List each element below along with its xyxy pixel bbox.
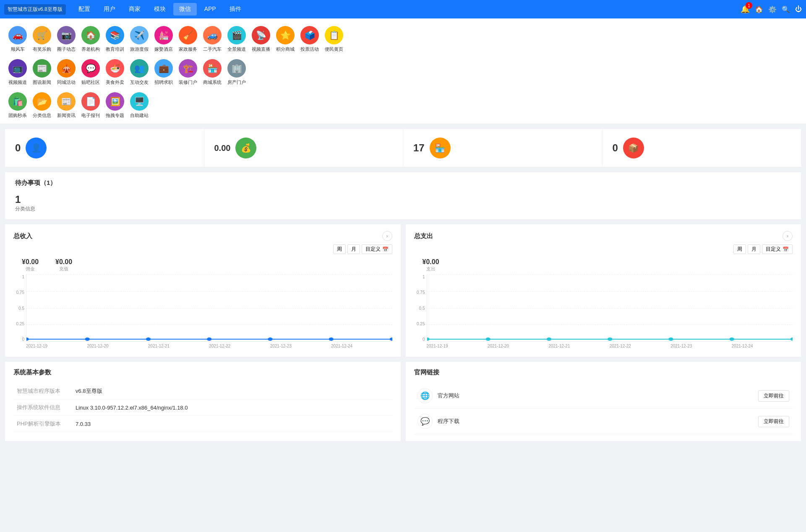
stats-row: 0 👤 0.00 💰 17 🏪 0 📦	[5, 129, 801, 167]
module-hudong[interactable]: 👥 互动交友	[128, 57, 150, 87]
module-tongchenghd[interactable]: 🎪 同城活动	[55, 57, 77, 87]
income-nav-btn[interactable]: ›	[382, 231, 392, 241]
module-bianminhuangye[interactable]: 📋 便民黄页	[323, 24, 345, 54]
module-tuangou[interactable]: 🛍️ 团购秒杀	[7, 91, 29, 120]
module-fangchan[interactable]: 🏢 房产门户	[226, 57, 248, 87]
home-icon[interactable]: 🏠	[755, 5, 763, 13]
table-row: 操作系统软件信息 Linux 3.10.0-957.12.2.el7.x86_6…	[13, 400, 392, 416]
stat-card-3: 17 🏪	[403, 129, 603, 167]
nav-item-wechat[interactable]: 微信	[173, 3, 197, 16]
expense-nav-btn[interactable]: ›	[783, 231, 793, 241]
module-quanjingpindao[interactable]: 🎬 全景频道	[226, 24, 248, 54]
power-icon[interactable]: ⏻	[795, 5, 802, 13]
module-fenlei[interactable]: 📂 分类信息	[31, 91, 53, 120]
system-params-table: 智慧城市程序版本 v6.8至尊版 操作系统软件信息 Linux 3.10.0-9…	[13, 383, 392, 432]
stat-icon-4: 📦	[623, 138, 644, 158]
module-tuozhui[interactable]: 🖼️ 拖拽专题	[104, 91, 126, 120]
module-ershouqiche[interactable]: 🚙 二手汽车	[201, 24, 223, 54]
module-jifenshangcheng[interactable]: ⭐ 积分商城	[274, 24, 296, 54]
module-tieba[interactable]: 💬 贴吧社区	[80, 57, 102, 87]
module-shipinzhibo[interactable]: 📡 视频直播	[250, 24, 272, 54]
module-zhuangxiu[interactable]: 🏗️ 装修门户	[177, 57, 199, 87]
module-shipinpindao[interactable]: 📺 视频频道	[7, 57, 29, 87]
svg-point-7	[427, 337, 430, 341]
module-shunfengche[interactable]: 🚗 顺风车	[7, 24, 29, 54]
program-download-name: 程序下载	[438, 418, 754, 425]
program-download-icon: 💬	[417, 414, 433, 429]
svg-point-6	[390, 337, 392, 341]
income-chart-card: 总收入 › 周 月 目定义 📅 ¥0.00 佣金 ¥0.00 充值	[5, 224, 401, 357]
nav-item-users[interactable]: 用户	[98, 3, 121, 16]
module-shangcheng[interactable]: 🏪 商城系统	[201, 57, 223, 87]
module-youjianlegou[interactable]: 🛒 有奖乐购	[31, 24, 53, 54]
svg-point-10	[607, 337, 612, 341]
expense-chart-header: 总支出 ›	[414, 231, 793, 241]
expense-x-axis: 2021-12-19 2021-12-20 2021-12-21 2021-12…	[427, 342, 793, 350]
brand-label: 智慧城市正版v6.8至尊版	[4, 4, 66, 15]
expense-custom-btn[interactable]: 目定义 📅	[762, 244, 793, 254]
svg-point-13	[790, 337, 793, 341]
nav-item-merchant[interactable]: 商家	[123, 3, 146, 16]
income-custom-btn[interactable]: 目定义 📅	[362, 244, 392, 254]
svg-point-5	[329, 337, 334, 341]
link-list: 🌐 官方网站 立即前往 💬 程序下载 立即前往	[414, 383, 793, 434]
module-quanzidongtai[interactable]: 📷 圈子动态	[55, 24, 77, 54]
notification-icon[interactable]: 🔔 1	[741, 5, 750, 14]
search-icon[interactable]: 🔍	[782, 5, 790, 13]
module-zizhu[interactable]: 🖥️ 自助建站	[128, 91, 150, 120]
svg-point-12	[729, 337, 734, 341]
svg-point-0	[26, 337, 29, 341]
system-params-card: 系统基本参数 智慧城市程序版本 v6.8至尊版 操作系统软件信息 Linux 3…	[5, 362, 401, 441]
notif-badge: 1	[746, 2, 752, 9]
nav-right: 🔔 1 🏠 ⚙️ 🔍 ⏻	[741, 5, 802, 14]
link-row-download: 💬 程序下载 立即前往	[414, 409, 793, 434]
income-month-btn[interactable]: 月	[347, 244, 360, 254]
top-nav: 智慧城市正版v6.8至尊版 配置 用户 商家 模块 微信 APP 插件 🔔 1 …	[0, 0, 806, 18]
table-row: 智慧城市程序版本 v6.8至尊版	[13, 383, 392, 400]
module-dianzibaokan[interactable]: 📄 电子报刊	[80, 91, 102, 120]
module-yanglao[interactable]: 🏠 养老机构	[80, 24, 102, 54]
income-values: ¥0.00 佣金 ¥0.00 充值	[13, 258, 392, 272]
todo-title: 待办事项（1）	[15, 179, 791, 187]
expense-chart-card: 总支出 › 周 月 目定义 📅 ¥0.00 支出 1 0	[406, 224, 801, 357]
settings-icon[interactable]: ⚙️	[768, 5, 777, 13]
todo-item-1[interactable]: 1 分类信息	[15, 194, 791, 213]
official-site-btn[interactable]: 立即前往	[758, 390, 789, 402]
official-site-icon: 🌐	[417, 388, 433, 403]
svg-point-1	[85, 337, 90, 341]
income-value-chongzhi: ¥0.00 充值	[55, 258, 72, 272]
nav-item-app[interactable]: APP	[198, 3, 222, 16]
module-dropdown: 🚗 顺风车 🛒 有奖乐购 📷 圈子动态 🏠 养老机构 📚 教育培训 ✈️ 旅游度…	[0, 18, 806, 124]
module-jiazheng[interactable]: 🧹 家政服务	[177, 24, 199, 54]
module-xinwen[interactable]: 📰 新闻资讯	[55, 91, 77, 120]
module-zhaopin[interactable]: 💼 招聘求职	[153, 57, 175, 87]
module-meishi[interactable]: 🍜 美食外卖	[104, 57, 126, 87]
module-lvyou[interactable]: ✈️ 旅游度假	[128, 24, 150, 54]
stat-icon-3: 🏪	[430, 138, 451, 158]
system-params-title: 系统基本参数	[13, 369, 392, 376]
svg-point-9	[546, 337, 551, 341]
nav-item-plugin[interactable]: 插件	[224, 3, 247, 16]
module-jiaoyupeixun[interactable]: 📚 教育培训	[104, 24, 126, 54]
svg-point-3	[207, 337, 212, 341]
nav-item-module[interactable]: 模块	[148, 3, 172, 16]
table-row: PHP解析引擎版本 7.0.33	[13, 416, 392, 432]
expense-month-btn[interactable]: 月	[748, 244, 760, 254]
svg-point-4	[268, 337, 273, 341]
svg-point-8	[485, 337, 490, 341]
official-site-name: 官方网站	[438, 392, 754, 400]
module-toupiao[interactable]: 🗳️ 投票活动	[299, 24, 321, 54]
svg-point-11	[668, 337, 673, 341]
income-x-axis: 2021-12-19 2021-12-20 2021-12-21 2021-12…	[26, 342, 392, 350]
stat-card-4: 0 📦	[603, 129, 801, 167]
program-download-btn[interactable]: 立即前往	[758, 416, 789, 427]
module-tushuo[interactable]: 📰 图说新闻	[31, 57, 53, 87]
expense-values: ¥0.00 支出	[414, 258, 793, 272]
income-value-yongjin: ¥0.00 佣金	[22, 258, 39, 272]
module-jiajujiudian[interactable]: 💒 嫁娶酒店	[153, 24, 175, 54]
stat-icon-2: 💰	[235, 138, 256, 158]
nav-item-config[interactable]: 配置	[73, 3, 96, 16]
stat-card-1: 0 👤	[5, 129, 204, 167]
income-week-btn[interactable]: 周	[333, 244, 346, 254]
expense-week-btn[interactable]: 周	[733, 244, 746, 254]
